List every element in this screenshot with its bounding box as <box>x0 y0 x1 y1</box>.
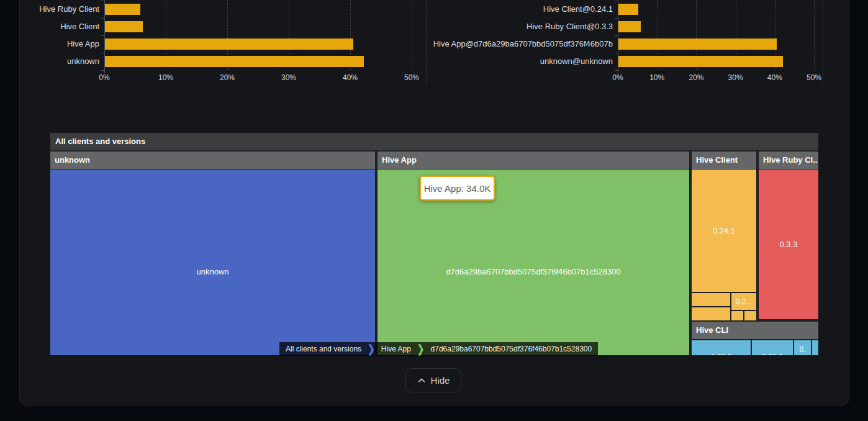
gridline <box>814 0 815 70</box>
chart-client-versions: 0%10%20%30%40%50%Hive Client@0.24.1Hive … <box>0 0 868 87</box>
category-axis-tick <box>615 53 618 53</box>
value-bar[interactable] <box>618 38 777 50</box>
treemap-cell-hive-client-tiny-1[interactable] <box>731 311 743 320</box>
chevron-up-icon <box>417 376 426 385</box>
treemap-cell-unknown[interactable]: unknown <box>50 170 375 355</box>
tooltip: Hive App: 34.0K <box>420 176 495 201</box>
treemap-title: All clients and versions <box>55 137 145 146</box>
breadcrumb-item-version-hash[interactable]: d7d6a29ba6707bbd5075df376f46b07b1c528300 <box>425 342 599 356</box>
value-bar[interactable] <box>618 56 783 67</box>
x-tick-label: 30% <box>722 73 749 82</box>
category-label: Hive App@d7d6a29ba6707bbd5075df376f46b07… <box>433 39 613 49</box>
x-tick-label: 20% <box>682 73 710 82</box>
treemap-cell-hive-client-tiny-2[interactable] <box>744 311 756 320</box>
treemap: All clients and versions unknown unknown… <box>50 133 818 355</box>
value-bar[interactable] <box>618 4 638 15</box>
value-bar[interactable] <box>618 21 641 32</box>
category-axis-tick <box>615 1 618 1</box>
tooltip-text: Hive App: 34.0K <box>424 183 491 194</box>
breadcrumb-item-all-clients[interactable]: All clients and versions <box>279 342 368 356</box>
x-tick-label: 50% <box>800 73 828 82</box>
treemap-header-hive-app[interactable]: Hive App <box>377 152 689 169</box>
breadcrumb-item-hive-app[interactable]: Hive App <box>375 342 417 356</box>
category-axis-tick <box>615 35 618 36</box>
category-axis-tick <box>615 18 618 19</box>
hide-button-label: Hide <box>431 375 450 386</box>
treemap-cell-hive-client-small-2[interactable] <box>692 307 730 320</box>
category-label: unknown@unknown <box>540 57 613 66</box>
treemap-cell-hive-cli-3[interactable]: 0. <box>794 340 811 355</box>
treemap-header-hive-client[interactable]: Hive Client <box>692 152 756 169</box>
treemap-cell-hive-cli-2[interactable]: 0.23.0 <box>752 340 793 355</box>
treemap-cell-hive-client-small-1[interactable] <box>692 293 730 306</box>
plot-edge-gridline <box>823 0 823 84</box>
category-label: Hive Ruby Client@0.3.3 <box>527 22 613 32</box>
x-tick-label: 0% <box>604 73 631 82</box>
treemap-header-hive-cli[interactable]: Hive CLI <box>692 322 818 339</box>
treemap-cell-hive-cli-4[interactable] <box>812 340 818 355</box>
x-tick-label: 10% <box>643 73 671 82</box>
breadcrumb: All clients and versions ❯ Hive App ❯ d7… <box>279 342 598 356</box>
category-label: Hive Client@0.24.1 <box>543 4 613 14</box>
x-tick-label: 40% <box>761 73 789 82</box>
treemap-cell-hive-client-02[interactable]: 0.2... <box>731 293 756 310</box>
treemap-header-hive-ruby-client[interactable]: Hive Ruby Cl... <box>759 152 818 169</box>
value-axis-tick <box>618 70 618 73</box>
treemap-title-bar[interactable]: All clients and versions <box>50 133 818 150</box>
treemap-header-unknown[interactable]: unknown <box>50 152 375 169</box>
chevron-right-icon: ❯ <box>368 340 375 358</box>
hide-button[interactable]: Hide <box>405 368 461 392</box>
chevron-right-icon: ❯ <box>417 340 425 358</box>
treemap-cell-hive-cli-1[interactable]: 0.23.0 <box>692 340 751 355</box>
treemap-cell-hive-ruby-033[interactable]: 0.3.3 <box>759 170 818 319</box>
treemap-cell-hive-client-0241[interactable]: 0.24.1 <box>692 170 756 292</box>
